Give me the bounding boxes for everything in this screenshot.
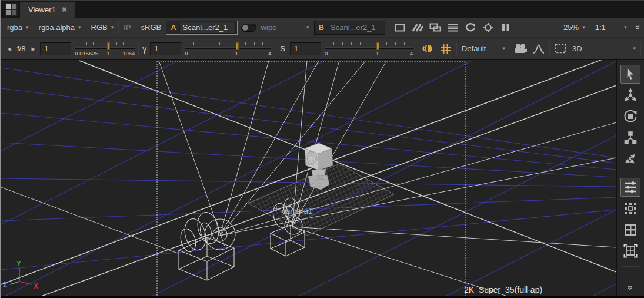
pause-icon[interactable] bbox=[499, 21, 513, 35]
scanline-list-icon[interactable] bbox=[446, 21, 460, 35]
wipe-toggle[interactable] bbox=[241, 24, 256, 32]
chevron-down-icon: ▾ bbox=[78, 25, 81, 30]
headlamp-light-icon[interactable] bbox=[421, 42, 435, 56]
roi-marquee-icon[interactable] bbox=[553, 42, 568, 56]
nuke-viewer-window: Viewer1 ✖ rgba ▾ rgba.alpha ▾ RGB ▾ IP s… bbox=[0, 0, 644, 298]
translate-tool-button[interactable] bbox=[620, 86, 640, 105]
close-icon[interactable]: ✖ bbox=[62, 6, 67, 14]
alpha-channel-dropdown[interactable]: rgba.alpha ▾ bbox=[38, 22, 82, 33]
saturation-input[interactable]: 1 bbox=[290, 42, 321, 55]
wipe-mode-dropdown[interactable]: wipe ▾ bbox=[260, 22, 311, 33]
roi-crosshair-icon[interactable] bbox=[481, 21, 495, 35]
input-b-value[interactable]: Scanl...er2_1 bbox=[327, 22, 383, 34]
proxy-dropdown[interactable]: 1:1 ▾ bbox=[594, 22, 628, 33]
refresh-icon[interactable] bbox=[463, 21, 478, 35]
geometry-label: 01 bbox=[316, 173, 325, 181]
axis-x-label: X bbox=[34, 282, 38, 290]
prev-fstop-icon[interactable]: ◀ bbox=[6, 46, 12, 52]
overlay-compare-icon[interactable] bbox=[428, 21, 442, 35]
pane-layout-icon[interactable] bbox=[5, 3, 18, 16]
gain-input[interactable]: 1 bbox=[40, 42, 71, 55]
select-tool-button[interactable] bbox=[620, 65, 640, 84]
zoom-level-dropdown[interactable]: 25% ▾ bbox=[562, 22, 586, 33]
tab-viewer1[interactable]: Viewer1 ✖ bbox=[20, 2, 75, 18]
expand-toolbar-icon[interactable]: » bbox=[633, 25, 642, 29]
chevron-down-icon: ▾ bbox=[502, 46, 505, 51]
gamma-slider[interactable]: 0 1 4 bbox=[185, 41, 271, 59]
input-a-label: A bbox=[168, 23, 179, 32]
chevron-down-icon: ▾ bbox=[26, 25, 29, 30]
camera-wireframe-left[interactable] bbox=[178, 210, 235, 280]
chevron-down-icon: ▾ bbox=[633, 46, 636, 51]
separator bbox=[510, 42, 510, 55]
chevron-down-icon: ▾ bbox=[306, 25, 309, 30]
viewer-sidebar: » bbox=[616, 60, 644, 296]
input-b-selector[interactable]: B Scanl...er2_1 bbox=[314, 21, 385, 35]
separator bbox=[136, 21, 136, 34]
layer-dropdown[interactable]: rgba ▾ bbox=[6, 22, 30, 33]
scale-tool-button[interactable] bbox=[620, 128, 640, 147]
tab-label: Viewer1 bbox=[28, 5, 56, 14]
axis-y-label: Y bbox=[16, 260, 21, 268]
gaussian-curve-icon[interactable] bbox=[532, 42, 546, 56]
slider-handle[interactable] bbox=[236, 42, 239, 50]
chevron-down-icon: ▾ bbox=[111, 25, 114, 30]
rotate-tool-button[interactable] bbox=[620, 107, 640, 126]
separator bbox=[456, 42, 457, 55]
separator bbox=[389, 21, 389, 34]
input-a-selector[interactable]: A Scanl...er2_1 bbox=[166, 21, 237, 35]
layout-grid-button[interactable] bbox=[620, 220, 640, 239]
fstop-button[interactable]: f/8 bbox=[16, 44, 26, 53]
separator bbox=[640, 42, 641, 55]
separator bbox=[86, 21, 86, 34]
separator bbox=[549, 42, 550, 55]
viewer-toolbar: rgba ▾ rgba.alpha ▾ RGB ▾ IP sRGB A Scan… bbox=[1, 18, 644, 38]
axis-z-label: Z bbox=[3, 281, 7, 289]
separator bbox=[34, 21, 34, 34]
saturation-button[interactable]: S bbox=[279, 44, 286, 53]
separator bbox=[118, 21, 119, 34]
format-label: 2K_Super_35(full-ap) bbox=[464, 285, 542, 294]
gain-slider[interactable]: 0.015625 1 1064 bbox=[75, 41, 135, 59]
colorspace-button[interactable]: sRGB bbox=[140, 22, 163, 33]
movie-camera-icon[interactable] bbox=[514, 42, 528, 56]
toggle-knob bbox=[242, 25, 248, 31]
main-area: 01 bbox=[1, 60, 644, 296]
gamma-input[interactable]: 1 bbox=[150, 42, 181, 55]
projection-dropdown[interactable]: 3D ▾ bbox=[571, 43, 637, 54]
lut-dropdown[interactable]: Default ▾ bbox=[461, 43, 506, 54]
viewport-3d[interactable]: 01 bbox=[1, 60, 616, 296]
divider bbox=[622, 266, 639, 267]
next-fstop-icon[interactable]: ▶ bbox=[30, 46, 36, 52]
grid-overlay-icon[interactable] bbox=[439, 42, 453, 56]
slider-handle[interactable] bbox=[376, 42, 379, 50]
multi-select-button[interactable] bbox=[620, 199, 640, 218]
input-process-button[interactable]: IP bbox=[122, 22, 132, 33]
expand-sidebar-icon[interactable]: » bbox=[626, 285, 635, 290]
camera-label: camera1 bbox=[282, 207, 313, 216]
separator bbox=[138, 42, 139, 55]
chevron-down-icon: ▾ bbox=[582, 25, 585, 30]
scene-3d: 01 bbox=[1, 60, 616, 296]
separator bbox=[275, 42, 275, 55]
controls-panel-button[interactable] bbox=[620, 178, 640, 197]
slider-handle[interactable] bbox=[107, 42, 110, 50]
chevron-down-icon: ▾ bbox=[624, 25, 627, 30]
input-b-label: B bbox=[316, 23, 327, 32]
saturation-slider[interactable]: 0 1 4 bbox=[325, 41, 413, 59]
exposure-toolbar: ◀ f/8 ▶ 1 0.015625 1 1064 γ 1 0 1 4 S 1 bbox=[1, 38, 644, 60]
bottom-edge bbox=[1, 296, 644, 298]
gamma-button[interactable]: γ bbox=[142, 44, 146, 54]
separator bbox=[632, 21, 632, 34]
separator bbox=[590, 21, 590, 34]
tab-bar: Viewer1 ✖ bbox=[1, 0, 644, 18]
display-channels-dropdown[interactable]: RGB ▾ bbox=[90, 22, 115, 33]
input-a-value[interactable]: Scanl...er2_1 bbox=[179, 22, 236, 34]
axis-gizmo bbox=[10, 268, 32, 284]
fit-frame-button[interactable] bbox=[620, 241, 640, 260]
skew-tool-button[interactable] bbox=[620, 150, 640, 168]
checkerboard-stripes-icon[interactable] bbox=[411, 21, 425, 35]
frame-format-icon[interactable] bbox=[393, 21, 407, 35]
